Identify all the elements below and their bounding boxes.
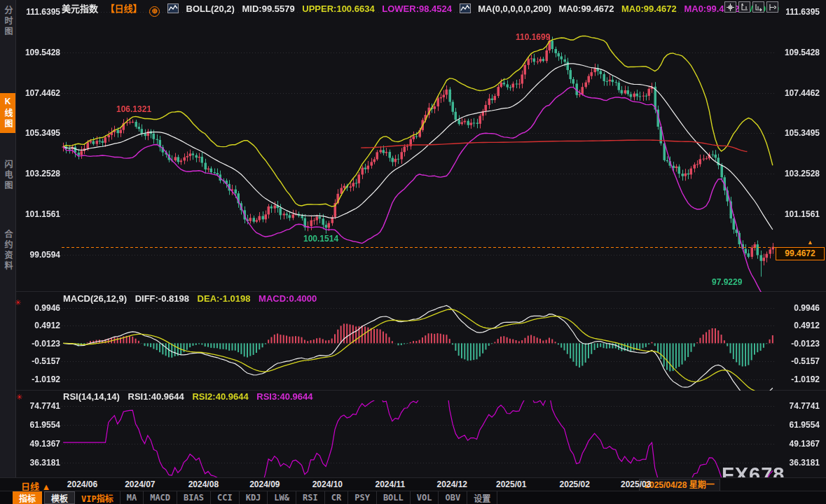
rsi-pane-marker-icon[interactable]: ✳ [16, 393, 22, 401]
price-annotation-1: 110.1699 [516, 32, 550, 42]
ytick-right-2-0: 74.7741 [776, 401, 820, 411]
tab-VIP指标[interactable]: VIP指标 [75, 491, 121, 504]
macd-diff-value: DIFF:-0.8198 [135, 293, 189, 304]
ma-value-0: MA0:99.4672 [559, 4, 614, 14]
ytick-left-0-2: 107.4462 [17, 88, 60, 98]
macd-pane-header: MACD(26,12,9) DIFF:-0.8198 DEA:-1.0198 M… [63, 293, 322, 304]
ytick-left-0-3: 105.3495 [17, 128, 60, 138]
boll-lower-value: LOWER:98.4524 [382, 4, 452, 14]
rsi2-value: RSI2:40.9644 [192, 391, 248, 402]
pan-right-icon[interactable] [766, 1, 778, 13]
macd-macd-value: MACD:0.4000 [259, 293, 317, 304]
tab-RSI[interactable]: RSI [296, 491, 325, 504]
ytick-right-0-3: 105.3495 [776, 128, 820, 138]
ytick-right-0-2: 107.4462 [776, 88, 820, 98]
tab-BOLL[interactable]: BOLL [377, 491, 411, 504]
ytick-left-1-1: 0.4912 [17, 321, 60, 330]
xtick-2025/03: 2025/03 [612, 479, 661, 489]
tab-KDJ[interactable]: KDJ [240, 491, 268, 504]
last-price-tag: 99.4672 [776, 247, 825, 260]
ytick-right-2-2: 49.1367 [776, 439, 820, 449]
ytick-left-1-0: 0.9946 [17, 303, 60, 313]
ytick-left-0-6: 99.0594 [17, 250, 60, 260]
rsi-name: RSI(14,14,14) [63, 391, 120, 402]
boll-mid-value: MID:99.5579 [242, 4, 295, 14]
tab-指标[interactable]: 指标 [13, 491, 42, 504]
ytick-right-0-1: 109.5428 [776, 48, 820, 57]
sidebar-item-3[interactable]: 合约资料 [0, 230, 15, 272]
ytick-right-1-2: -0.0123 [776, 339, 820, 349]
tab-MA[interactable]: MA [121, 491, 144, 504]
rsi1-value: RSI1:40.9644 [128, 391, 184, 402]
ytick-left-0-0: 111.6395 [17, 7, 60, 17]
xtick-2024/09: 2024/09 [240, 479, 289, 489]
ytick-right-1-3: -0.5157 [776, 356, 820, 366]
ytick-right-0-5: 101.1561 [776, 209, 820, 219]
ytick-left-1-3: -0.5157 [17, 356, 60, 366]
xtick-2024/11: 2024/11 [366, 479, 415, 489]
xtick-2024/12: 2024/12 [427, 479, 476, 489]
macd-dea-value: DEA:-1.0198 [198, 293, 251, 304]
ytick-left-1-2: -0.0123 [17, 339, 60, 349]
ytick-left-2-2: 49.1367 [17, 439, 60, 449]
tab-MACD[interactable]: MACD [144, 491, 177, 504]
boll-upper-value: UPPER:100.6634 [302, 4, 374, 14]
xtick-2025/02: 2025/02 [550, 479, 599, 489]
ytick-left-2-0: 74.7741 [17, 401, 60, 411]
ytick-left-2-3: 36.3181 [17, 458, 60, 468]
period-tag: 【日线】 [106, 4, 142, 14]
bottom-toolbar: 指标模板VIP指标MAMACDBIASCCIKDJLW&RSICRPSYBOLL… [0, 491, 826, 504]
boll-name: BOLL(20,2) [186, 4, 235, 14]
sidebar-item-0[interactable]: 分时图 [0, 6, 15, 37]
price-arrow-icon: ▲ [807, 239, 813, 246]
xtick-2024/10: 2024/10 [303, 479, 352, 489]
price-annotation-2: 100.1514 [303, 234, 338, 244]
ytick-left-1-4: -1.0192 [17, 374, 60, 384]
boll-indicator-icon [167, 4, 179, 13]
ytick-right-2-1: 61.9554 [776, 420, 820, 430]
ytick-left-2-1: 61.9554 [17, 420, 60, 430]
scale-x-axis-icon[interactable] [752, 1, 764, 13]
ytick-right-1-4: -1.0192 [776, 374, 820, 384]
tab-OBV[interactable]: OBV [439, 491, 467, 504]
macd-name: MACD(26,12,9) [63, 293, 127, 304]
tab-模板[interactable]: 模板 [44, 491, 75, 504]
xtick-2025/01: 2025/01 [487, 479, 536, 489]
symbol-title: 美元指数 [62, 4, 98, 14]
rsi-pane-header: RSI(14,14,14) RSI1:40.9644 RSI2:40.9644 … [63, 391, 319, 402]
price-annotation-0: 106.1321 [116, 104, 151, 114]
price-annotation-3: 97.9229 [712, 277, 742, 287]
ytick-right-1-0: 0.9946 [776, 303, 820, 313]
chart-control-buttons [724, 1, 778, 13]
sidebar-item-2[interactable]: 闪电图 [0, 160, 15, 191]
crosshair-icon[interactable] [724, 1, 736, 13]
ytick-right-0-4: 103.2528 [776, 169, 820, 178]
ytick-left-0-4: 103.2528 [17, 169, 60, 178]
rsi3-value: RSI3:40.9644 [256, 391, 312, 402]
ytick-left-0-1: 109.5428 [17, 48, 60, 57]
tab-CCI[interactable]: CCI [211, 491, 240, 504]
ma-value-1: MA0:99.4672 [621, 4, 677, 14]
x-axis-row: 日线 ▲ 2025/04/28 星期一 2024/062024/072024/0… [0, 477, 826, 491]
xtick-2024/06: 2024/06 [57, 479, 106, 489]
app-window: 分时图K线图闪电图合约资料 美元指数 【日线】 ⊕ BOLL(20,2) MID… [0, 0, 826, 504]
scale-y-axis-icon[interactable] [738, 1, 750, 13]
tab-BIAS[interactable]: BIAS [177, 491, 211, 504]
xtick-2024/07: 2024/07 [116, 479, 165, 489]
tab-VOL[interactable]: VOL [411, 491, 439, 504]
ytick-right-1-1: 0.4912 [776, 321, 820, 330]
xtick-2024/08: 2024/08 [179, 479, 228, 489]
chart-legend: 美元指数 【日线】 ⊕ BOLL(20,2) MID:99.5579 UPPER… [62, 1, 784, 13]
tab-PSY[interactable]: PSY [348, 491, 377, 504]
left-sidebar: 分时图K线图闪电图合约资料 [0, 0, 16, 504]
sidebar-item-1[interactable]: K线图 [0, 93, 15, 133]
ma-name: MA(0,0,0,0,0,200) [478, 4, 551, 14]
ytick-left-0-5: 101.1561 [17, 209, 60, 219]
tab-LW&[interactable]: LW& [268, 491, 296, 504]
macd-pane-marker-icon[interactable]: ✳ [15, 299, 21, 307]
tab-设置[interactable]: 设置 [467, 491, 497, 504]
ma-indicator-icon [460, 4, 471, 13]
tab-CR[interactable]: CR [325, 491, 348, 504]
chart-canvas[interactable] [0, 0, 826, 504]
